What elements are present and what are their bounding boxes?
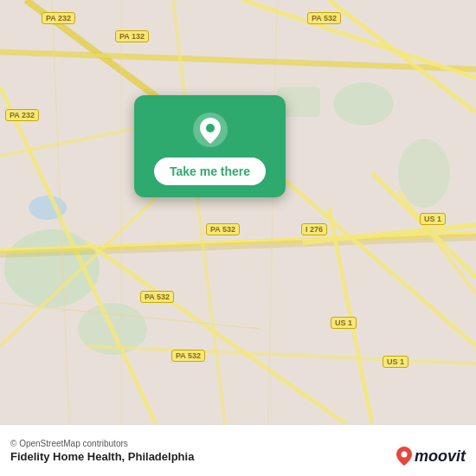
road-label-pa232-left: PA 232 (5, 109, 39, 121)
moovit-brand-label: moovit (415, 447, 466, 466)
location-name: Fidelity Home Health, Philadelphia (10, 450, 194, 463)
road-label-pa132: PA 132 (115, 30, 149, 42)
svg-point-3 (333, 82, 394, 125)
road-label-us1-bottom: US 1 (331, 317, 357, 329)
road-label-us1-br: US 1 (383, 356, 408, 368)
road-label-pa532-mid: PA 532 (206, 223, 240, 235)
road-label-i276: I 276 (301, 223, 327, 235)
svg-point-32 (401, 452, 407, 458)
road-label-pa532-bottom: PA 532 (171, 350, 205, 362)
svg-point-31 (206, 124, 215, 132)
road-label-pa532-top: PA 532 (307, 12, 341, 24)
location-pin-icon (191, 111, 229, 149)
moovit-logo: moovit (396, 447, 466, 466)
osm-credit: © OpenStreetMap contributors (10, 439, 194, 448)
map-container: PA 232 PA 132 PA 532 PA 232 PA 532 I 276… (0, 0, 476, 424)
moovit-pin-icon (396, 447, 412, 466)
take-me-there-button[interactable]: Take me there (154, 158, 266, 185)
svg-point-4 (398, 138, 450, 208)
road-label-us1-right: US 1 (420, 213, 446, 225)
popup-card[interactable]: Take me there (134, 95, 286, 197)
road-label-pa232-top: PA 232 (42, 12, 75, 24)
road-label-pa532-lower: PA 532 (140, 291, 174, 303)
location-info: © OpenStreetMap contributors Fidelity Ho… (10, 439, 194, 463)
bottom-bar: © OpenStreetMap contributors Fidelity Ho… (0, 424, 476, 476)
